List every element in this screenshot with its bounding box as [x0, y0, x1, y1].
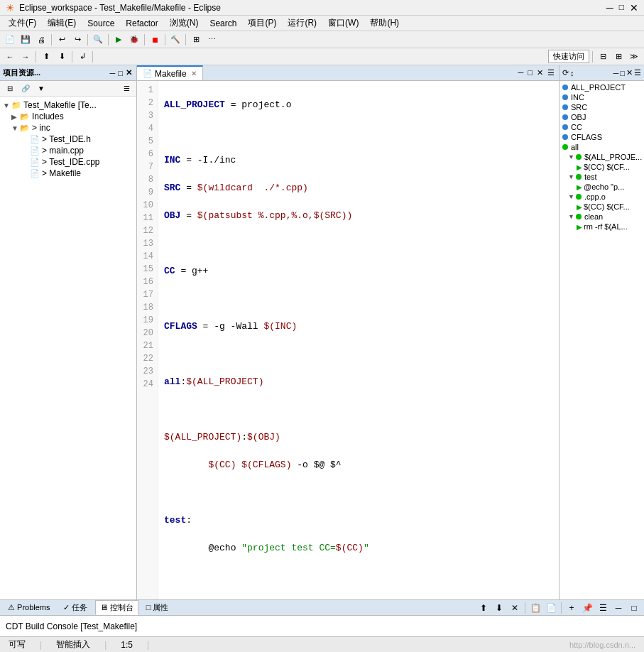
menu-source[interactable]: Source [82, 17, 120, 30]
outline-item-src[interactable]: SRC [560, 102, 644, 112]
console-pin[interactable]: 📌 [580, 601, 594, 615]
new-button[interactable]: 📄 [3, 33, 17, 47]
print-button[interactable]: 🖨 [34, 33, 48, 47]
code-line-3: INC = -I./inc [164, 153, 553, 168]
outline-sync-btn[interactable]: ⟳ [562, 68, 569, 77]
tree-item-root[interactable]: ▼ 📁 Test_Makefile [Te... [0, 99, 136, 111]
tree-label-makefile: > Makefile [42, 168, 81, 178]
tree-item-main-cpp[interactable]: ▶ 📄 > main.cpp [0, 145, 136, 156]
console-paste[interactable]: 📄 [544, 601, 558, 615]
build-btn[interactable]: 🔨 [168, 33, 182, 47]
outline-item-cpp-o[interactable]: ▼ .cpp.o [560, 192, 644, 202]
close-button[interactable]: ✕ [630, 2, 638, 13]
console-max[interactable]: □ [627, 601, 641, 615]
makefile-tab-close[interactable]: ✕ [191, 70, 197, 77]
perspective-more[interactable]: ≫ [627, 50, 641, 64]
menu-search[interactable]: Search [204, 17, 242, 30]
search-btn[interactable]: 🔍 [91, 33, 105, 47]
sep-t2-3 [92, 51, 93, 63]
menu-navigate[interactable]: 浏览(N) [164, 16, 204, 31]
tree-label-test-ide-cpp: > Test_IDE.cpp [42, 157, 100, 167]
next-edit-btn[interactable]: ⬇ [55, 50, 69, 64]
console-clear[interactable]: ✕ [508, 601, 522, 615]
redo-button[interactable]: ↪ [70, 33, 84, 47]
prev-edit-btn[interactable]: ⬆ [39, 50, 53, 64]
outline-max-btn[interactable]: □ [620, 69, 625, 77]
collapse-all-btn[interactable]: ⊟ [3, 82, 17, 96]
menu-project[interactable]: 项目(P) [242, 16, 282, 31]
menu-edit[interactable]: 编辑(E) [42, 16, 82, 31]
outline-item-inc[interactable]: INC [560, 92, 644, 102]
tree-item-test-ide-cpp[interactable]: ▶ 📄 > Test_IDE.cpp [0, 156, 136, 168]
panel-maximize-btn[interactable]: □ [116, 69, 124, 77]
outline-item-clean-target[interactable]: ▼ clean [560, 212, 644, 222]
editor-menu-btn[interactable]: ☰ [546, 68, 556, 77]
run-btn[interactable]: ▶ [111, 33, 126, 47]
tree-item-includes[interactable]: ▶ 📂 Includes [0, 111, 136, 122]
menu-refactor[interactable]: Refactor [120, 17, 163, 30]
outline-item-all-project[interactable]: ALL_PROJECT [560, 82, 644, 92]
console-sep2 [561, 602, 562, 614]
outline-item-cc-cf-1[interactable]: ▶ $(CC) $(CF... [560, 162, 644, 172]
outline-item-allproject-target[interactable]: ▼ $(ALL_PROJE... [560, 152, 644, 162]
makefile-tab[interactable]: 📄 Makefile ✕ [137, 65, 203, 80]
outline-item-cc[interactable]: CC [560, 122, 644, 132]
outline-hide-btn[interactable]: ─ [613, 69, 619, 77]
console-scroll-down[interactable]: ⬇ [492, 601, 506, 615]
more-btn[interactable]: ⋯ [204, 33, 219, 47]
menu-help[interactable]: 帮助(H) [364, 16, 405, 31]
console-menu[interactable]: ☰ [596, 601, 610, 615]
properties-tab[interactable]: □ 属性 [141, 600, 174, 615]
tree-item-makefile[interactable]: ▶ 📄 > Makefile [0, 168, 136, 179]
open-perspective-btn2[interactable]: ⊞ [611, 50, 626, 64]
outline-label-inc: INC [571, 93, 584, 102]
menu-run[interactable]: 运行(R) [282, 16, 322, 31]
outline-item-all-target[interactable]: all [560, 142, 644, 152]
outline-sort-btn[interactable]: ↕ [570, 69, 574, 77]
debug-btn[interactable]: 🐞 [127, 33, 141, 47]
save-button[interactable]: 💾 [18, 33, 33, 47]
outline-arrow-allproject: ▼ [568, 153, 574, 161]
statusbar: 可写 | 智能插入 | 1:5 | http://blog.csdn.n... [0, 636, 644, 652]
outline-item-cc-cf-2[interactable]: ▶ $(CC) $(CF... [560, 202, 644, 212]
view-menu-btn[interactable]: ☰ [119, 82, 133, 96]
tree-menu-btn[interactable]: ▼ [34, 82, 48, 96]
editor-close-btn[interactable]: ✕ [535, 68, 545, 77]
console-min[interactable]: ─ [611, 601, 626, 615]
undo-button[interactable]: ↩ [55, 33, 69, 47]
code-editor[interactable]: 1 2 3 4 5 6 7 8 9 10 11 12 13 14 15 16 1 [137, 81, 559, 599]
console-scroll-up[interactable]: ⬆ [476, 601, 491, 615]
back-btn[interactable]: ← [3, 50, 17, 64]
outline-close-btn[interactable]: ✕ [626, 68, 633, 77]
outline-item-cflags[interactable]: CFLAGS [560, 132, 644, 142]
quick-access-button[interactable]: 快速访问 [548, 50, 589, 63]
outline-menu-btn[interactable]: ☰ [634, 68, 641, 77]
menu-file[interactable]: 文件(F) [3, 16, 42, 31]
editor-minimize-btn[interactable]: ─ [517, 68, 525, 77]
console-copy[interactable]: 📋 [528, 601, 542, 615]
open-perspective-btn[interactable]: ⊟ [596, 50, 610, 64]
forward-btn[interactable]: → [18, 50, 33, 64]
editor-maximize-btn[interactable]: □ [526, 68, 534, 77]
stop-btn[interactable]: ⏹ [148, 33, 162, 47]
menu-window[interactable]: 窗口(W) [322, 16, 364, 31]
outline-item-test-target[interactable]: ▼ test [560, 172, 644, 182]
minimize-button[interactable]: ─ [606, 2, 613, 13]
tasks-tab[interactable]: ✓ 任务 [58, 600, 92, 615]
console-tab[interactable]: 🖥 控制台 [95, 600, 138, 615]
goto-last-btn[interactable]: ↲ [75, 50, 89, 64]
tree-item-inc[interactable]: ▼ 📂 > inc [0, 122, 136, 134]
panel-minimize-btn[interactable]: ─ [109, 69, 117, 77]
outline-item-echo[interactable]: ▶ @echo "p... [560, 182, 644, 192]
console-new[interactable]: + [564, 601, 579, 615]
maximize-button[interactable]: □ [619, 2, 624, 13]
link-editor-btn[interactable]: 🔗 [18, 82, 33, 96]
problems-tab[interactable]: ⚠ Problems [3, 601, 55, 614]
outline-item-rm[interactable]: ▶ rm -rf $(AL... [560, 222, 644, 232]
outline-item-obj[interactable]: OBJ [560, 112, 644, 122]
status-writable: 可写 [6, 639, 28, 651]
panel-close-btn[interactable]: ✕ [124, 68, 133, 77]
perspective-btn[interactable]: ⊞ [189, 33, 203, 47]
code-lines[interactable]: ALL_PROJECT = project.o INC = -I./inc SR… [158, 81, 559, 599]
tree-item-test-ide-h[interactable]: ▶ 📄 > Test_IDE.h [0, 134, 136, 145]
